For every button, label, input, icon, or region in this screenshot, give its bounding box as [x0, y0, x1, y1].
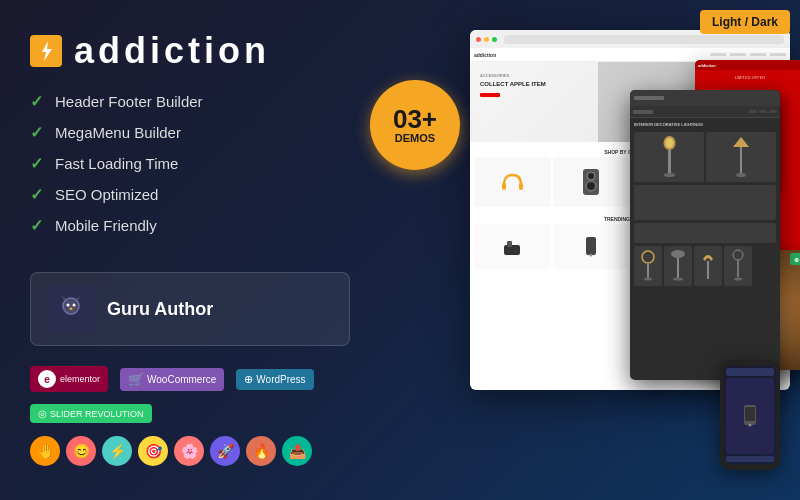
sc-logo: addiction: [474, 52, 496, 58]
demo-label: DEMOS: [395, 132, 435, 144]
sc-hero-text: ACCESSORIES COLLECT APPLE ITEM: [480, 72, 546, 97]
svg-rect-7: [502, 183, 506, 190]
svg-point-34: [642, 251, 654, 263]
woo-label: WooCommerce: [147, 374, 216, 385]
check-icon-2: ✓: [30, 123, 43, 142]
circle-icon-face: 😊: [66, 436, 96, 466]
browser-dot-green: [492, 37, 497, 42]
svg-point-5: [73, 304, 76, 307]
circle-icon-hand: 🤚: [30, 436, 60, 466]
dark-product-4: [724, 246, 752, 286]
phone-mockup: [720, 360, 780, 470]
feature-loading: ✓ Fast Loading Time: [30, 154, 350, 173]
dark-nav-item-2: [759, 110, 767, 113]
check-icon-5: ✓: [30, 216, 43, 235]
red-promo-text: LIMITED OFFER: [700, 75, 800, 80]
svg-point-4: [67, 304, 70, 307]
feature-label-2: MegaMenu Builder: [55, 124, 181, 141]
svg-point-33: [736, 173, 746, 177]
dark-hero-text: INTERIOR DECORATIVE LIGHTINGS: [634, 122, 776, 128]
dark-placeholder-1: [634, 185, 776, 220]
svg-point-36: [644, 277, 652, 280]
svg-rect-20: [504, 245, 520, 255]
circle-icon-flower: 🌸: [174, 436, 204, 466]
svg-rect-22: [586, 237, 596, 255]
icon-circles-row: 🤚 😊 ⚡ 🎯 🌸 🚀 🔥 📤: [30, 436, 350, 466]
dark-sc-header: [630, 90, 780, 106]
guru-author-block: Guru Author: [30, 272, 350, 346]
dark-product-3: [694, 246, 722, 286]
dark-product-1: [634, 246, 662, 286]
browser-dot-yellow: [484, 37, 489, 42]
svg-point-39: [673, 277, 683, 280]
check-icon-1: ✓: [30, 92, 43, 111]
elementor-logo: e elementor: [30, 366, 108, 392]
sc-product-1: [474, 224, 551, 269]
circle-icon-fire: 🔥: [246, 436, 276, 466]
dark-placeholder-2: [634, 223, 776, 243]
food-badge-icon: ⊕: [794, 256, 799, 263]
dark-products: [634, 246, 776, 286]
svg-rect-8: [519, 183, 523, 190]
left-screenshot: INTERIOR DECORATIVE LIGHTINGS: [630, 90, 780, 380]
feature-label-3: Fast Loading Time: [55, 155, 178, 172]
phone-nav: [726, 368, 774, 376]
dark-lamps-row: [634, 132, 776, 182]
feature-megamenu: ✓ MegaMenu Builder: [30, 123, 350, 142]
feature-mobile: ✓ Mobile Friendly: [30, 216, 350, 235]
svg-point-37: [671, 250, 685, 258]
theme-toggle-badge[interactable]: Light / Dark: [700, 10, 790, 34]
svg-rect-32: [740, 147, 742, 175]
guru-icon: [47, 285, 95, 333]
sc-nav-dot-1: [710, 53, 726, 56]
sc-product-2: [553, 224, 630, 269]
left-panel: addiction ✓ Header Footer Builder ✓ Mega…: [0, 0, 380, 460]
dark-product-2: [664, 246, 692, 286]
svg-marker-0: [42, 41, 52, 61]
dark-lamp-2: [706, 132, 776, 182]
elementor-icon: e: [38, 370, 56, 388]
circle-icon-lightning: ⚡: [102, 436, 132, 466]
dark-nav-logo: [633, 110, 653, 114]
svg-point-11: [589, 174, 593, 178]
sc-nav-dot-2: [730, 53, 746, 56]
slider-label: SLIDER REVOLUTION: [50, 409, 144, 419]
dark-nav-item-1: [749, 110, 757, 113]
svg-point-43: [734, 277, 742, 280]
demo-count: 03+: [393, 106, 437, 132]
sc-nav-items: [710, 53, 786, 56]
wordpress-logo: ⊕ WordPress: [236, 369, 313, 390]
feature-seo: ✓ SEO Optimized: [30, 185, 350, 204]
dark-nav: [630, 106, 780, 118]
dark-header-bar: [634, 96, 664, 100]
feature-header-footer: ✓ Header Footer Builder: [30, 92, 350, 111]
logo-area: addiction: [30, 30, 350, 72]
svg-point-23: [589, 253, 592, 256]
food-badge: ⊕: [790, 253, 800, 265]
svg-point-13: [588, 183, 594, 189]
guru-label: Guru Author: [107, 299, 213, 320]
svg-rect-45: [745, 407, 755, 421]
slider-logo: ◎ SLIDER REVOLUTION: [30, 404, 152, 423]
svg-rect-40: [707, 261, 709, 279]
demo-badge: 03+ DEMOS: [370, 80, 460, 170]
check-icon-4: ✓: [30, 185, 43, 204]
sc-cat-2: [553, 157, 630, 207]
woocommerce-logo: 🛒 WooCommerce: [120, 368, 224, 391]
phone-footer: [726, 456, 774, 462]
right-panel: addiction ACCESSORIES COLLECT APPLE ITEM: [350, 0, 800, 500]
svg-point-1: [63, 298, 79, 314]
feature-label-4: SEO Optimized: [55, 186, 158, 203]
svg-rect-29: [668, 150, 671, 175]
red-header-text: addiction: [698, 63, 716, 68]
svg-point-46: [749, 423, 752, 426]
browser-dot-red: [476, 37, 481, 42]
svg-point-41: [733, 250, 743, 260]
tech-logos-row: e elementor 🛒 WooCommerce ⊕ WordPress ◎ …: [30, 366, 350, 423]
phone-content: [724, 366, 776, 464]
sc-nav-dot-4: [770, 53, 786, 56]
svg-point-31: [665, 138, 673, 148]
circle-icon-share: 📤: [282, 436, 312, 466]
svg-rect-35: [647, 263, 649, 279]
brand-title: addiction: [74, 30, 270, 72]
